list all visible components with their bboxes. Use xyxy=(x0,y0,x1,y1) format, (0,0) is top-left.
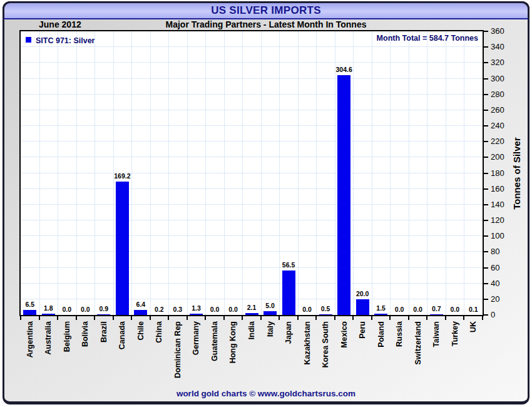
y-tick-mark xyxy=(484,283,488,284)
x-axis-label-russia: Russia xyxy=(395,321,404,347)
x-axis-label-poland: Poland xyxy=(377,321,386,348)
x-tick-mark xyxy=(39,316,40,320)
y-tick-label: 80 xyxy=(491,247,517,257)
bar-mexico xyxy=(337,75,350,315)
x-axis-label-argentina: Argentina xyxy=(26,321,34,358)
x-tick-mark xyxy=(57,316,58,320)
y-tick-mark xyxy=(484,110,488,111)
x-axis-label-japan: Japan xyxy=(284,321,293,344)
y-tick-label: 120 xyxy=(491,215,517,225)
x-tick-mark xyxy=(297,316,299,320)
bar-canada xyxy=(116,182,129,315)
y-tick-mark xyxy=(484,31,488,32)
x-axis-label-turkey: Turkey xyxy=(451,321,459,346)
x-axis-label-australia: Australia xyxy=(44,321,53,355)
y-tick-label: 20 xyxy=(491,294,517,304)
chart-subtitle: Major Trading Partners - Latest Month In… xyxy=(0,19,532,29)
x-tick-mark xyxy=(260,316,262,320)
x-tick-mark xyxy=(150,316,151,320)
y-tick-mark xyxy=(484,314,488,316)
bar-value-label: 20.0 xyxy=(349,291,376,297)
y-tick-mark xyxy=(484,125,488,126)
y-tick-mark xyxy=(484,94,488,95)
x-tick-mark xyxy=(131,316,132,320)
month-total-label: Month Total = 584.7 Tonnes xyxy=(377,34,478,43)
x-axis-label-dominican-rep: Dominican Rep xyxy=(173,321,182,378)
x-tick-mark xyxy=(223,316,225,320)
y-tick-mark xyxy=(484,251,488,252)
x-tick-mark xyxy=(315,316,317,320)
x-axis-label-bolivia: Bolivia xyxy=(81,321,90,347)
x-axis-label-india: India xyxy=(247,321,256,339)
page: US SILVER IMPORTS June 2012 Major Tradin… xyxy=(0,0,532,407)
x-tick-mark xyxy=(20,316,21,320)
x-tick-mark xyxy=(389,316,391,320)
y-tick-label: 280 xyxy=(491,90,517,100)
y-tick-label: 40 xyxy=(491,279,517,289)
x-tick-mark xyxy=(426,316,427,320)
legend-label: SITC 971: Silver xyxy=(36,36,95,45)
title-banner: US SILVER IMPORTS xyxy=(3,1,529,19)
x-tick-mark xyxy=(352,316,354,320)
bar-taiwan xyxy=(430,314,443,315)
x-axis-label-kazakhstan: Kazakhstan xyxy=(303,321,312,364)
y-tick-label: 320 xyxy=(491,58,517,68)
x-tick-mark xyxy=(463,316,464,320)
bar-value-label: 169.2 xyxy=(108,173,136,180)
x-axis-label-brazil: Brazil xyxy=(100,321,108,343)
y-tick-mark xyxy=(484,78,488,80)
bar-poland xyxy=(374,314,387,315)
y-tick-mark xyxy=(484,173,488,174)
x-axis-label-peru: Peru xyxy=(358,321,367,339)
y-tick-label: 340 xyxy=(491,42,517,52)
bar-australia xyxy=(42,314,55,315)
x-axis-label-belgium: Belgium xyxy=(63,321,71,352)
x-axis-label-guatemala: Guatemala xyxy=(210,321,219,361)
y-tick-mark xyxy=(484,46,488,48)
x-axis-label-canada: Canada xyxy=(118,321,126,349)
x-tick-mark xyxy=(482,316,483,320)
y-tick-mark xyxy=(484,188,488,190)
y-axis-title: Tonnes of Silver xyxy=(511,137,523,210)
bar-germany xyxy=(190,314,203,315)
bar-italy xyxy=(263,311,277,315)
x-axis-label-mexico: Mexico xyxy=(340,321,349,348)
x-tick-mark xyxy=(187,316,188,320)
y-tick-mark xyxy=(484,141,488,142)
y-tick-label: 260 xyxy=(491,105,517,115)
y-tick-mark xyxy=(484,62,488,63)
y-tick-mark xyxy=(484,204,488,205)
x-tick-mark xyxy=(168,316,169,320)
x-axis-label-switzerland: Switzerland xyxy=(414,321,422,364)
footer-credit: world gold charts © www.goldchartsrus.co… xyxy=(0,389,532,398)
x-tick-mark xyxy=(113,316,114,320)
y-tick-label: 240 xyxy=(491,121,517,131)
y-tick-mark xyxy=(484,235,488,237)
x-axis-label-korea-south: Korea South xyxy=(321,321,330,368)
plot-area: 6.51.80.00.00.9169.26.40.20.31.30.00.02.… xyxy=(19,30,484,316)
x-axis-label-chile: Chile xyxy=(136,321,145,341)
x-axis-label-germany: Germany xyxy=(192,321,200,355)
x-tick-mark xyxy=(279,316,280,320)
y-tick-label: 300 xyxy=(491,74,517,84)
y-tick-mark xyxy=(484,220,488,221)
bar-brazil xyxy=(97,314,110,315)
bar-value-label: 0.9 xyxy=(90,306,118,312)
x-axis-label-taiwan: Taiwan xyxy=(432,321,441,347)
x-tick-mark xyxy=(94,316,95,320)
bar-value-label: 56.5 xyxy=(275,262,302,269)
x-tick-mark xyxy=(445,316,446,320)
x-tick-mark xyxy=(76,316,77,320)
x-tick-mark xyxy=(334,316,335,320)
y-tick-label: 0 xyxy=(491,310,517,320)
y-tick-label: 360 xyxy=(491,26,517,36)
x-axis-label-uk: UK xyxy=(469,321,478,332)
bar-value-label: 0.1 xyxy=(459,306,487,313)
y-tick-mark xyxy=(484,157,488,158)
bar-value-label: 304.6 xyxy=(330,66,358,73)
y-tick-mark xyxy=(484,267,488,269)
legend-swatch-icon xyxy=(26,37,31,43)
x-tick-mark xyxy=(371,316,372,320)
y-tick-label: 60 xyxy=(491,263,517,273)
x-tick-mark xyxy=(242,316,243,320)
